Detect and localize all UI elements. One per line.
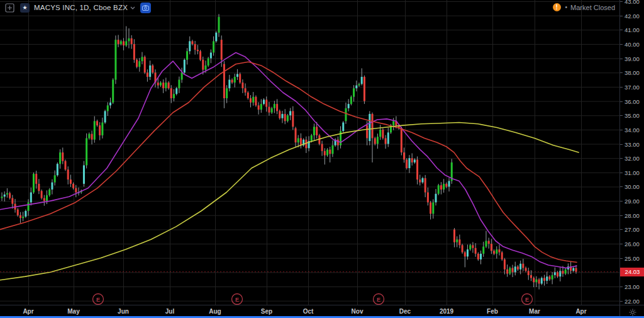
price-axis-label: 36.00 — [625, 98, 640, 105]
price-axis-label: 42.00 — [625, 12, 640, 19]
price-axis-label: 31.00 — [625, 169, 640, 176]
price-axis-tick — [620, 130, 623, 130]
time-axis-label: Apr — [575, 308, 586, 315]
price-axis-label: 25.00 — [625, 254, 640, 261]
time-axis-label: Dec — [399, 308, 411, 315]
price-axis-label: 27.00 — [625, 226, 640, 233]
price-axis-tick — [620, 144, 623, 145]
price-axis-label: 32.00 — [625, 155, 640, 162]
last-price-badge: 24.03 — [620, 268, 644, 276]
svg-text:E: E — [235, 297, 239, 303]
svg-text:E: E — [96, 297, 100, 303]
market-status-label: Market Closed — [570, 4, 615, 11]
price-axis-label: 33.00 — [625, 140, 640, 147]
price-axis-tick — [620, 158, 623, 159]
price-axis-tick — [620, 1, 623, 2]
status-dot-icon: • — [565, 4, 568, 11]
alert-icon[interactable]: ! — [553, 3, 561, 11]
time-axis-label: Feb — [487, 308, 498, 315]
price-axis-label: 40.00 — [625, 40, 640, 47]
price-axis-label: 34.00 — [625, 126, 640, 133]
price-axis-tick — [620, 115, 623, 116]
symbol-logo-icon: ★ — [20, 3, 30, 13]
symbol-title[interactable]: MACYS INC, 1D, Cboe BZX — [34, 4, 128, 11]
price-axis-tick — [620, 173, 623, 173]
candle-wicks — [2, 14, 576, 289]
time-axis-label: 2019 — [440, 308, 453, 315]
price-axis[interactable]: 24.03 43.0042.0041.0040.0039.0038.0037.0… — [619, 0, 644, 305]
price-axis-label: 35.00 — [625, 112, 640, 119]
gear-icon[interactable] — [629, 309, 636, 316]
price-axis-label: 38.00 — [625, 69, 640, 76]
price-axis-tick — [620, 44, 623, 45]
price-axis-tick — [620, 72, 623, 73]
time-axis-label: Jun — [118, 308, 129, 315]
time-axis-label: Sep — [261, 308, 272, 315]
time-axis-label: Nov — [352, 308, 364, 315]
svg-text:E: E — [525, 297, 529, 303]
earnings-marker[interactable]: E — [93, 294, 104, 305]
chart-header: ★ MACYS INC, 1D, Cboe BZX — [0, 0, 619, 15]
price-axis-tick — [620, 258, 623, 259]
svg-text:E: E — [377, 297, 380, 303]
price-axis-tick — [620, 287, 623, 287]
price-axis-tick — [620, 101, 623, 102]
price-axis-tick — [620, 244, 623, 244]
price-axis-label: 37.00 — [625, 83, 640, 90]
price-axis-tick — [620, 201, 623, 202]
price-axis-tick — [620, 229, 623, 230]
price-axis-tick — [620, 16, 623, 16]
price-axis-tick — [620, 87, 623, 88]
price-axis-label: 26.00 — [625, 241, 640, 247]
time-axis-label: Aug — [209, 308, 221, 315]
chart-plot-area[interactable]: EEEE — [0, 0, 619, 305]
snapshot-camera-button[interactable] — [140, 3, 151, 13]
add-compare-icon[interactable] — [5, 3, 14, 13]
earnings-markers: EEEE — [93, 294, 533, 305]
price-axis-tick — [620, 30, 623, 30]
price-chart[interactable]: EEEE — [0, 0, 619, 305]
earnings-marker[interactable]: E — [374, 294, 384, 305]
price-axis-label: 28.00 — [625, 212, 640, 219]
trading-chart-app: EEEE ★ MACYS INC, 1D, Cboe BZX ! • Marke… — [0, 0, 644, 318]
price-axis-label: 41.00 — [625, 26, 640, 33]
price-axis-label: 22.00 — [625, 297, 640, 304]
price-axis-tick — [620, 59, 623, 59]
price-axis-tick — [620, 301, 623, 302]
price-axis-tick — [620, 215, 623, 216]
chevron-down-icon[interactable] — [130, 6, 135, 9]
earnings-marker[interactable]: E — [522, 294, 533, 305]
time-axis-label: Mar — [529, 308, 540, 315]
market-status: ! • Market Closed — [553, 3, 615, 11]
price-axis-label: 30.00 — [625, 183, 640, 190]
price-axis-tick — [620, 186, 623, 187]
earnings-marker[interactable]: E — [232, 294, 243, 305]
price-axis-label: 39.00 — [625, 55, 640, 62]
time-axis-label: Oct — [303, 308, 314, 315]
time-axis-label: May — [67, 308, 79, 315]
price-axis-label: 43.00 — [625, 0, 640, 5]
grid-lines — [0, 0, 619, 305]
time-axis-label: Apr — [23, 308, 33, 315]
time-axis-label: Jul — [165, 308, 174, 315]
price-axis-label: 23.00 — [625, 283, 640, 290]
price-axis-label: 29.00 — [625, 198, 640, 205]
